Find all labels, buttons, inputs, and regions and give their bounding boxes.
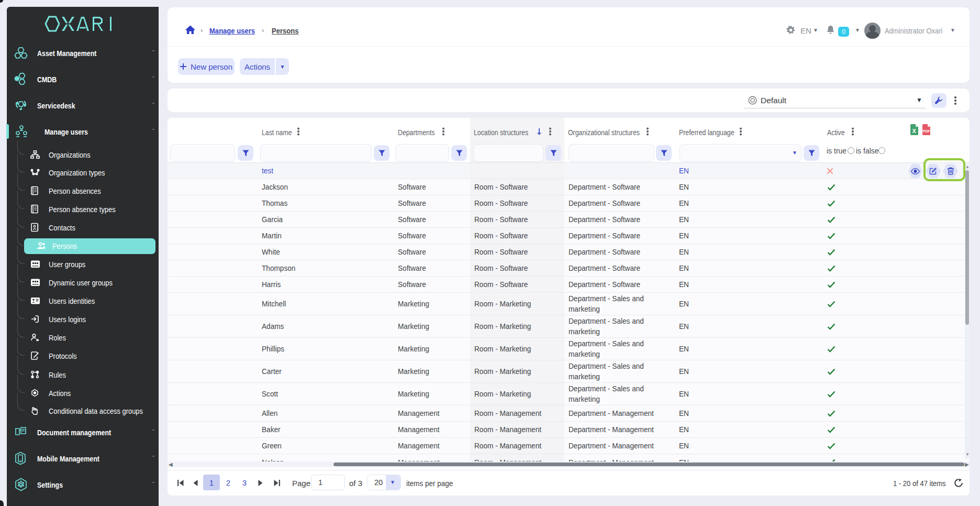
svg-text:X: X	[912, 128, 917, 134]
svg-text:PDF: PDF	[923, 129, 931, 133]
